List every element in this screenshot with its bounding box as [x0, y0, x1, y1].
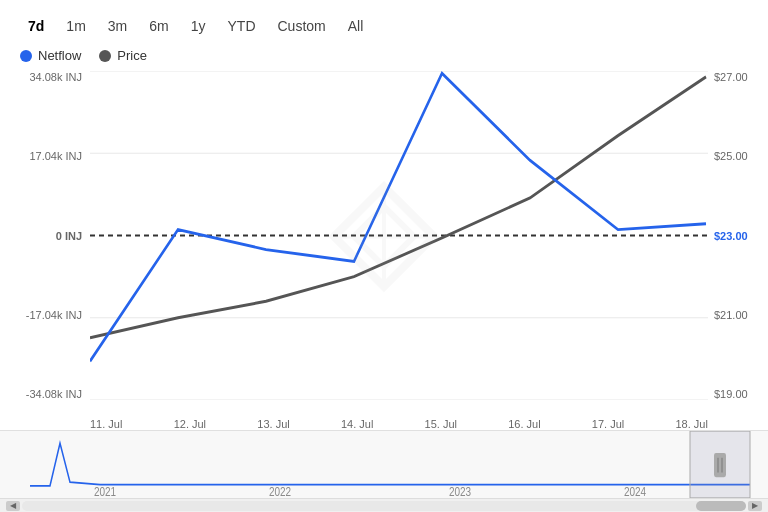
- filter-3m[interactable]: 3m: [100, 14, 135, 38]
- y-axis-left: 34.08k INJ 17.04k INJ 0 INJ -17.04k INJ …: [0, 71, 88, 430]
- netflow-label: Netflow: [38, 48, 81, 63]
- y-axis-right: $27.00 $25.00 $23.00 $21.00 $19.00: [710, 71, 768, 430]
- y-label-1: 34.08k INJ: [0, 71, 82, 83]
- y-label-4: -17.04k INJ: [0, 309, 82, 321]
- x-label-4: 15. Jul: [425, 418, 457, 430]
- x-label-0: 11. Jul: [90, 418, 122, 430]
- x-label-3: 14. Jul: [341, 418, 373, 430]
- scrollbar-thumb[interactable]: [696, 501, 746, 511]
- svg-text:2022: 2022: [269, 485, 291, 498]
- scroll-right-arrow[interactable]: ▶: [748, 501, 762, 511]
- filter-1y[interactable]: 1y: [183, 14, 214, 38]
- filter-ytd[interactable]: YTD: [220, 14, 264, 38]
- svg-text:2024: 2024: [624, 485, 646, 498]
- filter-7d[interactable]: 7d: [20, 14, 52, 38]
- minimap-container: 2021 2022 2023 2024: [0, 430, 768, 498]
- x-label-5: 16. Jul: [508, 418, 540, 430]
- main-container: 7d 1m 3m 6m 1y YTD Custom All Netflow Pr…: [0, 0, 768, 512]
- y-right-2: $25.00: [714, 150, 768, 162]
- filter-all[interactable]: All: [340, 14, 372, 38]
- minimap-svg: 2021 2022 2023 2024: [0, 431, 768, 498]
- filter-6m[interactable]: 6m: [141, 14, 176, 38]
- x-label-7: 18. Jul: [675, 418, 707, 430]
- x-label-6: 17. Jul: [592, 418, 624, 430]
- svg-rect-11: [714, 453, 726, 477]
- filter-1m[interactable]: 1m: [58, 14, 93, 38]
- main-chart-area: 34.08k INJ 17.04k INJ 0 INJ -17.04k INJ …: [0, 71, 768, 430]
- price-dot: [99, 50, 111, 62]
- filter-custom[interactable]: Custom: [270, 14, 334, 38]
- scroll-left-arrow[interactable]: ◀: [6, 501, 20, 511]
- y-right-1: $27.00: [714, 71, 768, 83]
- x-label-1: 12. Jul: [174, 418, 206, 430]
- chart-legend: Netflow Price: [0, 46, 768, 71]
- x-axis: 11. Jul 12. Jul 13. Jul 14. Jul 15. Jul …: [90, 406, 708, 430]
- y-label-3: 0 INJ: [0, 230, 82, 242]
- time-filter-bar: 7d 1m 3m 6m 1y YTD Custom All: [0, 0, 768, 46]
- price-label: Price: [117, 48, 147, 63]
- svg-text:2021: 2021: [94, 485, 116, 498]
- legend-price: Price: [99, 48, 147, 63]
- scrollbar-track[interactable]: [22, 501, 746, 511]
- svg-text:2023: 2023: [449, 485, 471, 498]
- y-label-5: -34.08k INJ: [0, 388, 82, 400]
- legend-netflow: Netflow: [20, 48, 81, 63]
- netflow-dot: [20, 50, 32, 62]
- scrollbar[interactable]: ◀ ▶: [0, 498, 768, 512]
- chart-svg: [90, 71, 708, 400]
- y-right-5: $19.00: [714, 388, 768, 400]
- x-label-2: 13. Jul: [257, 418, 289, 430]
- y-label-2: 17.04k INJ: [0, 150, 82, 162]
- y-right-3: $23.00: [714, 230, 768, 242]
- y-right-4: $21.00: [714, 309, 768, 321]
